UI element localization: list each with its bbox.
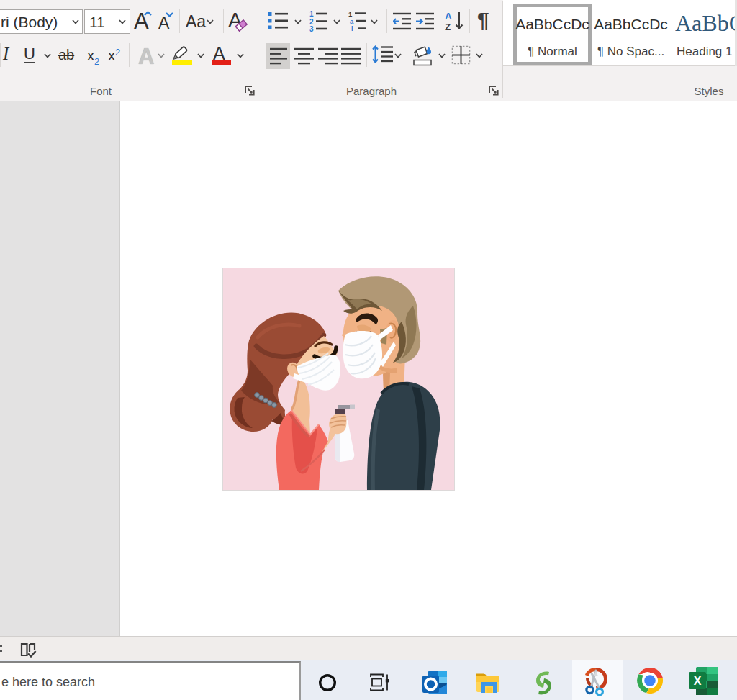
svg-text:X: X [694, 675, 702, 687]
svg-text:3: 3 [309, 25, 314, 32]
svg-text:A: A [445, 11, 452, 22]
svg-text:Z: Z [445, 22, 451, 32]
svg-text:i: i [351, 24, 353, 32]
svg-text:1: 1 [309, 10, 314, 18]
